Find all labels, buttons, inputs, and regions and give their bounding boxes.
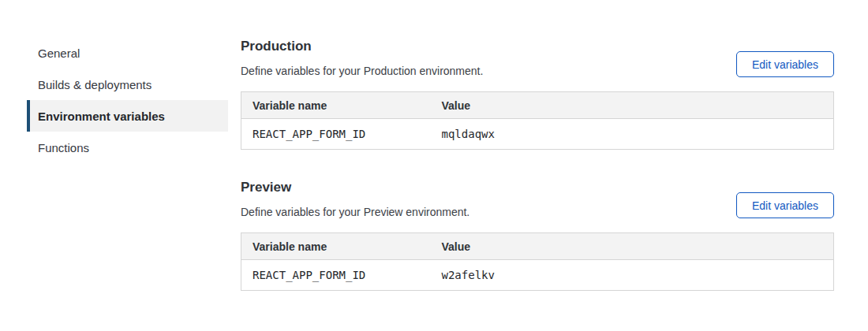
sidebar-item-label: General bbox=[38, 46, 80, 60]
table-header-value: Value bbox=[431, 92, 834, 119]
variable-value-cell: mqldaqwx bbox=[431, 119, 834, 150]
sidebar-item-builds-deployments[interactable]: Builds & deployments bbox=[27, 69, 228, 100]
variable-name-cell: REACT_APP_FORM_ID bbox=[241, 260, 431, 291]
environment-variables-content: Production Define variables for your Pro… bbox=[241, 37, 834, 291]
settings-page: General Builds & deployments Environment… bbox=[0, 0, 868, 291]
preview-variables-table: Variable name Value REACT_APP_FORM_ID w2… bbox=[241, 232, 834, 291]
sidebar-item-functions[interactable]: Functions bbox=[27, 132, 228, 163]
table-header-variable-name: Variable name bbox=[241, 233, 431, 260]
edit-variables-button[interactable]: Edit variables bbox=[736, 192, 834, 218]
table-row: REACT_APP_FORM_ID w2afelkv bbox=[241, 260, 834, 291]
table-header-variable-name: Variable name bbox=[241, 92, 431, 119]
sidebar-item-label: Builds & deployments bbox=[38, 78, 152, 91]
table-header-row: Variable name Value bbox=[241, 92, 834, 119]
variable-value-cell: w2afelkv bbox=[431, 260, 834, 291]
sidebar-item-general[interactable]: General bbox=[27, 37, 228, 69]
variable-name-cell: REACT_APP_FORM_ID bbox=[241, 119, 431, 150]
table-row: REACT_APP_FORM_ID mqldaqwx bbox=[241, 119, 834, 150]
sidebar-item-label: Environment variables bbox=[38, 110, 165, 123]
sidebar-item-label: Functions bbox=[38, 141, 89, 154]
settings-sidebar: General Builds & deployments Environment… bbox=[27, 37, 228, 291]
production-section: Production Define variables for your Pro… bbox=[241, 37, 834, 150]
edit-variables-button[interactable]: Edit variables bbox=[736, 51, 834, 77]
production-variables-table: Variable name Value REACT_APP_FORM_ID mq… bbox=[241, 91, 834, 150]
table-header-value: Value bbox=[431, 233, 834, 260]
preview-section: Preview Define variables for your Previe… bbox=[241, 178, 834, 291]
table-header-row: Variable name Value bbox=[241, 233, 834, 260]
sidebar-item-environment-variables[interactable]: Environment variables bbox=[27, 100, 228, 132]
